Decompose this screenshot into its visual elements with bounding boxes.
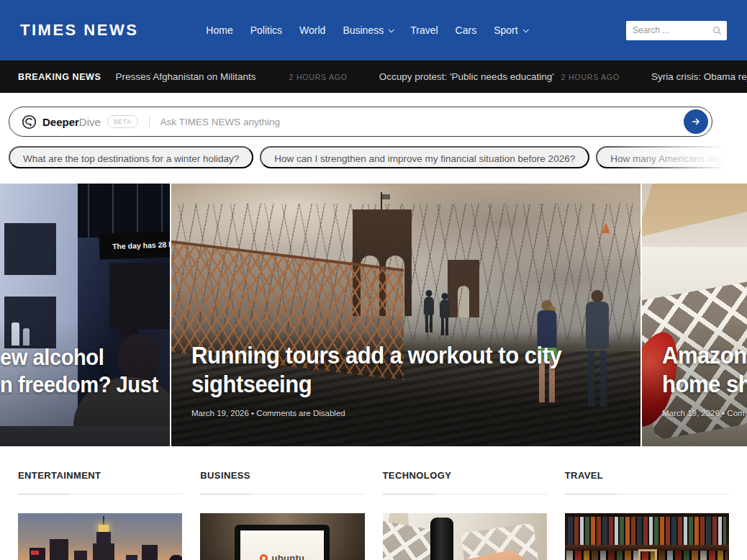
carousel-slide-amazon-echo[interactable]: Amazon E home sho March 19, 2026 • Com (642, 184, 747, 446)
page: TIMES NEWS Home Politics World Business … (0, 0, 747, 560)
nav-item-travel[interactable]: Travel (402, 17, 446, 43)
nav-item-politics[interactable]: Politics (242, 17, 291, 43)
nav-label: Business (343, 24, 384, 36)
deeperdive-swirl-icon (22, 114, 37, 130)
section-title: TRAVEL (565, 470, 729, 481)
section-entertainment: ENTERTAINMENT (18, 470, 182, 560)
ai-ask-input[interactable] (160, 117, 684, 127)
top-navigation-bar: TIMES NEWS Home Politics World Business … (0, 0, 747, 60)
site-logo[interactable]: TIMES NEWS (20, 21, 138, 40)
arrow-right-icon (690, 116, 702, 127)
slide-title-line: Amazon E (662, 341, 747, 370)
breaking-news-item[interactable]: Occupy protest: 'Public needs educating' (379, 71, 554, 82)
breaking-news-time: 2 HOURS AGO (289, 73, 348, 81)
suggestion-chip[interactable]: What are the top destinations for a wint… (9, 146, 253, 168)
slide-shade-overlay (171, 184, 640, 446)
chevron-down-icon (522, 27, 528, 32)
nav-item-home[interactable]: Home (197, 17, 241, 43)
search-icon (712, 26, 722, 35)
ai-submit-button[interactable] (684, 109, 708, 134)
nav-item-sport[interactable]: Sport (485, 17, 535, 43)
nav-label: Sport (494, 24, 517, 36)
breaking-news-item[interactable]: Presses Afghanistan on Militants (115, 71, 255, 82)
featured-carousel: The day has 28 h ew alcohol n freedom? J… (0, 184, 747, 446)
nav-label: Cars (456, 24, 477, 36)
nav-item-cars[interactable]: Cars (447, 17, 486, 43)
ai-ask-section: DeeperDive BETA What are the top destina… (0, 93, 747, 168)
travel-thumbnail[interactable] (565, 513, 729, 560)
nav-item-business[interactable]: Business (334, 17, 402, 43)
slide-title-line: ew alcohol (0, 344, 158, 371)
category-sections: ENTERTAINMENT BUSINESS ubuntu (0, 446, 747, 560)
carousel-slide-running-tours[interactable]: Running tours add a workout to city sigh… (171, 184, 640, 446)
main-menu: Home Politics World Business Travel Cars… (197, 17, 535, 43)
search-input[interactable] (626, 21, 727, 40)
chevron-down-icon (389, 27, 394, 32)
technology-thumbnail[interactable] (383, 513, 547, 560)
slide-meta: March 19, 2026 • Comments are Disabled (191, 409, 345, 417)
suggestion-chip[interactable]: How can I strengthen and improve my fina… (260, 146, 589, 168)
nav-item-world[interactable]: World (291, 17, 334, 43)
slide-title[interactable]: ew alcohol n freedom? Just (0, 344, 158, 399)
section-business: BUSINESS ubuntu (200, 470, 364, 560)
breaking-news-item[interactable]: Syria crisis: Obama rejects US mi (651, 71, 747, 82)
business-thumbnail[interactable]: ubuntu (200, 513, 364, 560)
breaking-news-label: BREAKING NEWS (18, 72, 101, 82)
slide-title-line: sightseeing (191, 370, 561, 399)
slide-shade-overlay (0, 184, 170, 446)
slide-title-line: Running tours add a workout to city (191, 341, 561, 370)
divider (149, 114, 150, 129)
deeperdive-light: Dive (79, 116, 101, 128)
slide-title[interactable]: Running tours add a workout to city sigh… (191, 341, 561, 399)
section-technology: TECHNOLOGY (383, 470, 547, 560)
nav-label: Travel (410, 24, 438, 36)
section-divider (200, 494, 364, 494)
ai-ask-bar: DeeperDive BETA (9, 107, 712, 137)
section-divider (383, 494, 547, 494)
breaking-news-time: 2 HOURS AGO (561, 73, 620, 81)
entertainment-thumbnail[interactable] (18, 513, 182, 560)
section-title: BUSINESS (200, 470, 364, 481)
deeperdive-bold: Deeper (42, 116, 79, 128)
photo-laptop: ubuntu (235, 525, 330, 560)
slide-title-line: home sho (662, 370, 747, 399)
ubuntu-logo-icon (260, 554, 268, 560)
suggestion-chip[interactable]: How many Americans rely on So (596, 146, 747, 168)
nav-label: Home (206, 24, 232, 36)
nav-label: World (299, 24, 325, 36)
nav-search (626, 21, 727, 40)
slide-title[interactable]: Amazon E home sho (662, 341, 747, 399)
deeperdive-wordmark: DeeperDive (42, 116, 101, 128)
slide-title-line: n freedom? Just (0, 371, 158, 399)
section-title: ENTERTAINMENT (18, 470, 182, 481)
nav-label: Politics (250, 24, 282, 36)
beta-badge: BETA (107, 115, 138, 128)
slide-shade-overlay (642, 184, 747, 446)
section-travel: TRAVEL (565, 470, 729, 560)
slide-meta: March 19, 2026 • Com (662, 409, 745, 417)
photo-echo-speaker (430, 518, 453, 560)
section-divider (18, 494, 182, 494)
section-divider (565, 494, 729, 494)
breaking-news-bar: BREAKING NEWS Presses Afghanistan on Mil… (0, 60, 747, 93)
carousel-slide-alcohol[interactable]: The day has 28 h ew alcohol n freedom? J… (0, 184, 170, 446)
suggested-questions-row: What are the top destinations for a wint… (9, 146, 747, 168)
section-title: TECHNOLOGY (383, 470, 547, 481)
